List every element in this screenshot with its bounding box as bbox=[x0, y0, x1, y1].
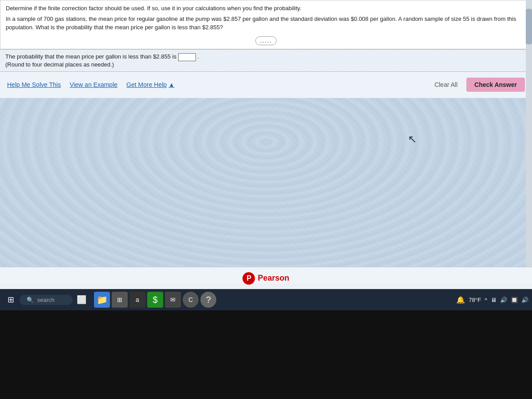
question-line2: In a sample of 700 gas stations, the mea… bbox=[6, 15, 526, 32]
taskbar-search-box[interactable]: 🔍 search bbox=[20, 295, 73, 305]
taskbar-view-button[interactable]: ⬜ bbox=[74, 293, 89, 307]
taskbar-alert-icon: 🔔 bbox=[456, 296, 465, 304]
temperature-display: 78°F bbox=[469, 297, 481, 303]
taskbar-mail-app[interactable]: ✉ bbox=[165, 292, 181, 308]
taskbar-grid-app[interactable]: ⊞ bbox=[112, 292, 128, 308]
bottom-toolbar: Help Me Solve This View an Example Get M… bbox=[0, 71, 532, 98]
pearson-bar: P Pearson bbox=[0, 267, 532, 289]
question-line1: Determine if the finite correction facto… bbox=[6, 4, 526, 13]
scrollbar[interactable] bbox=[526, 0, 532, 284]
answer-prefix-text: The probability that the mean price per … bbox=[5, 53, 176, 60]
answer-suffix-text: . bbox=[197, 53, 199, 60]
check-answer-button[interactable]: Check Answer bbox=[466, 78, 525, 92]
dark-bottom-area bbox=[0, 310, 532, 399]
taskbar-chevron-up-icon: ^ bbox=[485, 297, 487, 303]
dots-button[interactable]: ..... bbox=[255, 36, 277, 45]
answer-input-field[interactable] bbox=[178, 53, 196, 61]
answer-box: The probability that the mean price per … bbox=[0, 49, 532, 71]
search-icon: 🔍 bbox=[27, 297, 34, 303]
scrollbar-thumb[interactable] bbox=[526, 9, 532, 44]
round-note-text: (Round to four decimal places as needed.… bbox=[5, 61, 114, 68]
taskbar-speaker-icon: 🔊 bbox=[500, 297, 507, 303]
view-example-button[interactable]: View an Example bbox=[70, 81, 117, 88]
windows-start-button[interactable]: ⊞ bbox=[4, 293, 18, 307]
taskbar: ⊞ 🔍 search ⬜ 📁 ⊞ a $ ✉ C ? 🔔 78°F ^ 🖥 🔊 … bbox=[0, 289, 532, 310]
get-more-help-button[interactable]: Get More Help ▲ bbox=[126, 81, 175, 88]
question-box: Determine if the finite correction facto… bbox=[0, 0, 532, 49]
pearson-logo: P Pearson bbox=[243, 272, 289, 285]
get-more-help-arrow: ▲ bbox=[168, 81, 175, 88]
taskbar-battery-icon: 🔲 bbox=[511, 297, 518, 303]
clear-all-button[interactable]: Clear All bbox=[434, 81, 458, 88]
taskbar-right: 🔔 78°F ^ 🖥 🔊 🔲 🔊 bbox=[456, 296, 528, 304]
taskbar-help-app[interactable]: ? bbox=[200, 292, 216, 308]
taskbar-c-app[interactable]: C bbox=[183, 292, 199, 308]
taskbar-volume-icon: 🔊 bbox=[521, 297, 528, 303]
pearson-text: Pearson bbox=[258, 274, 289, 283]
taskbar-a-app[interactable]: a bbox=[129, 292, 145, 308]
help-me-solve-button[interactable]: Help Me Solve This bbox=[7, 81, 61, 88]
taskbar-file-app[interactable]: 📁 bbox=[94, 292, 110, 308]
pearson-p-icon: P bbox=[243, 272, 255, 285]
taskbar-dollar-app[interactable]: $ bbox=[147, 292, 163, 308]
get-more-help-label: Get More Help bbox=[126, 81, 167, 88]
taskbar-network-icon: 🖥 bbox=[491, 297, 497, 303]
taskbar-search-label: search bbox=[37, 297, 55, 303]
taskbar-apps: 📁 ⊞ a $ ✉ C ? bbox=[94, 292, 216, 308]
